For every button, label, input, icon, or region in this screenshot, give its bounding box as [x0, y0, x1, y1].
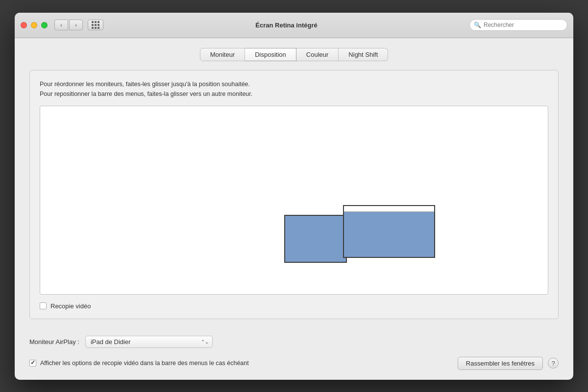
airplay-select[interactable]: Désactivé iPad de Didier Apple TV: [85, 336, 213, 348]
main-panel: Pour réordonner les moniteurs, faites-le…: [29, 70, 559, 319]
grid-button[interactable]: [88, 20, 103, 30]
footer-checkbox[interactable]: [29, 360, 36, 367]
airplay-label: Moniteur AirPlay :: [29, 338, 79, 346]
forward-button[interactable]: ›: [69, 20, 83, 30]
grid-icon: [92, 21, 99, 29]
monitor-2[interactable]: [343, 205, 435, 258]
search-input[interactable]: [484, 22, 563, 28]
footer-label: Afficher les options de recopie vidéo da…: [40, 360, 249, 367]
main-window: ‹ › Écran Retina intégré 🔍 Moniteur Disp…: [15, 13, 573, 380]
description-text: Pour réordonner les moniteurs, faites-le…: [40, 79, 548, 99]
tab-moniteur[interactable]: Moniteur: [200, 48, 245, 61]
titlebar: ‹ › Écran Retina intégré 🔍: [15, 13, 573, 38]
recopie-label: Recopie vidéo: [50, 302, 91, 310]
recopie-row: Recopie vidéo: [40, 302, 548, 310]
gather-windows-button[interactable]: Rassembler les fenêtres: [458, 357, 543, 370]
back-button[interactable]: ‹: [54, 20, 68, 30]
window-title: Écran Retina intégré: [103, 22, 469, 29]
maximize-button[interactable]: [41, 22, 48, 28]
help-button[interactable]: ?: [548, 358, 559, 369]
search-box[interactable]: 🔍: [469, 19, 567, 31]
search-icon: 🔍: [474, 22, 481, 28]
tab-bar: Moniteur Disposition Couleur Night Shift: [29, 48, 559, 61]
tab-couleur[interactable]: Couleur: [296, 48, 339, 61]
traffic-lights: [21, 22, 48, 28]
tab-night-shift[interactable]: Night Shift: [339, 48, 388, 61]
description-line1: Pour réordonner les moniteurs, faites-le…: [40, 81, 250, 88]
description-line2: Pour repositionner la barre des menus, f…: [40, 91, 252, 97]
tab-disposition[interactable]: Disposition: [245, 48, 296, 61]
footer-checkbox-row: Afficher les options de recopie vidéo da…: [29, 360, 453, 367]
menubar-strip: [344, 206, 434, 212]
close-button[interactable]: [21, 22, 27, 28]
bottom-section: Moniteur AirPlay : Désactivé iPad de Did…: [29, 329, 559, 370]
monitor-area: [40, 106, 548, 295]
airplay-row: Moniteur AirPlay : Désactivé iPad de Did…: [29, 336, 559, 348]
nav-buttons: ‹ ›: [54, 20, 83, 30]
recopie-checkbox[interactable]: [40, 302, 47, 309]
minimize-button[interactable]: [31, 22, 37, 28]
monitor-1[interactable]: [284, 215, 347, 263]
content-area: Moniteur Disposition Couleur Night Shift…: [15, 38, 573, 380]
airplay-select-wrapper: Désactivé iPad de Didier Apple TV ⌃⌄: [85, 336, 213, 348]
footer: Afficher les options de recopie vidéo da…: [29, 357, 559, 370]
